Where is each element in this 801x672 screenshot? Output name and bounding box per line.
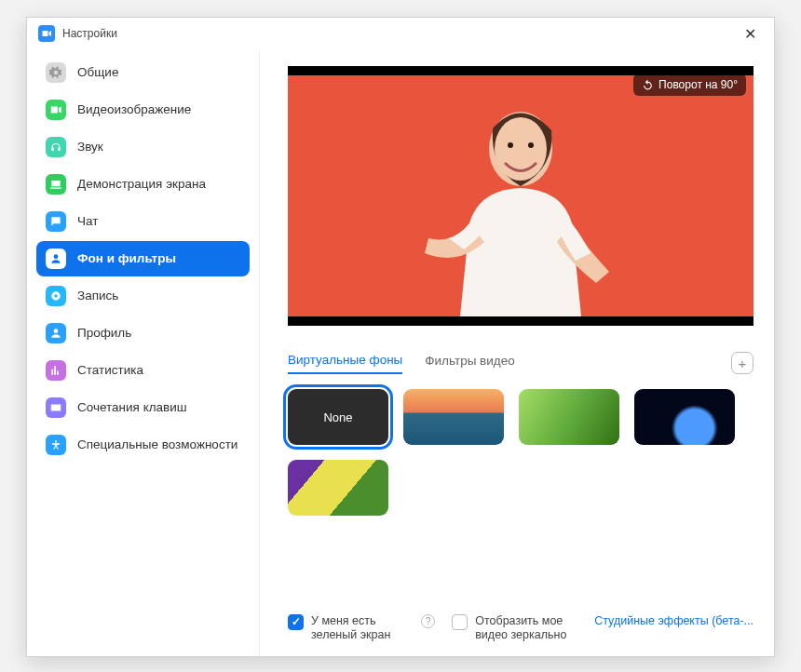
mirror-label: Отобразить мое видео зеркально	[475, 614, 577, 643]
sidebar-item-label: Сочетания клавиш	[77, 400, 187, 416]
sidebar-item-bg[interactable]: Фон и фильтры	[36, 241, 250, 276]
sidebar-item-label: Чат	[77, 214, 98, 230]
sidebar-item-label: Запись	[77, 289, 118, 304]
green-screen-option: У меня есть зеленый экран ?	[288, 614, 435, 643]
sidebar: ОбщиеВидеоизображениеЗвукДемонстрация эк…	[27, 49, 260, 656]
sidebar-item-label: Специальные возможности	[77, 437, 238, 453]
preview-person	[404, 93, 637, 316]
rotate-icon	[642, 79, 654, 91]
record-icon	[46, 286, 66, 306]
background-tile-none[interactable]: None	[288, 389, 388, 445]
footer-options: У меня есть зеленый экран ? Отобразить м…	[288, 603, 753, 643]
video-preview: Поворот на 90°	[288, 66, 753, 326]
background-tile-earth[interactable]	[634, 389, 735, 445]
rotate-label: Поворот на 90°	[658, 78, 738, 91]
help-icon[interactable]: ?	[421, 614, 435, 628]
sidebar-item-label: Видеоизображение	[77, 102, 191, 118]
sidebar-item-video[interactable]: Видеоизображение	[36, 92, 250, 128]
green-screen-checkbox[interactable]	[288, 614, 304, 630]
studio-effects-link[interactable]: Студийные эффекты (бета-...	[594, 614, 753, 627]
video-icon	[46, 100, 66, 120]
sidebar-item-label: Демонстрация экрана	[77, 177, 206, 193]
sidebar-item-label: Звук	[77, 140, 103, 155]
sidebar-item-general[interactable]: Общие	[36, 55, 250, 90]
sidebar-item-label: Фон и фильтры	[77, 251, 176, 267]
background-tile-bridge[interactable]	[403, 389, 504, 445]
gear-icon	[46, 62, 66, 83]
headphones-icon	[46, 137, 66, 157]
svg-point-2	[508, 142, 513, 148]
sidebar-item-shortcuts[interactable]: Сочетания клавиш	[36, 390, 250, 425]
main-panel: Поворот на 90° Виртуальные фоны Фильтры …	[260, 49, 774, 656]
svg-point-3	[528, 142, 534, 148]
sidebar-item-chat[interactable]: Чат	[36, 204, 250, 239]
close-button[interactable]: ✕	[737, 20, 763, 47]
sidebar-item-profile[interactable]: Профиль	[36, 316, 250, 351]
background-grid: None	[288, 389, 753, 516]
profile-icon	[46, 323, 66, 343]
window-body: ОбщиеВидеоизображениеЗвукДемонстрация эк…	[27, 49, 774, 656]
person-icon	[46, 249, 66, 269]
sidebar-item-label: Профиль	[77, 326, 131, 342]
stats-icon	[46, 360, 66, 381]
mirror-option: Отобразить мое видео зеркально	[452, 614, 577, 643]
sidebar-item-audio[interactable]: Звук	[36, 129, 250, 165]
settings-window: Настройки ✕ ОбщиеВидеоизображениеЗвукДем…	[26, 17, 775, 657]
sidebar-item-label: Общие	[77, 65, 118, 81]
sidebar-item-label: Статистика	[77, 363, 143, 379]
access-icon	[46, 435, 66, 455]
keyboard-icon	[46, 397, 66, 418]
sidebar-item-stats[interactable]: Статистика	[36, 353, 250, 388]
tab-video-filters[interactable]: Фильтры видео	[425, 354, 514, 373]
titlebar: Настройки ✕	[27, 18, 774, 49]
window-title: Настройки	[62, 27, 117, 40]
sidebar-item-share[interactable]: Демонстрация экрана	[36, 167, 250, 202]
sidebar-item-access[interactable]: Специальные возможности	[36, 427, 250, 463]
rotate-button[interactable]: Поворот на 90°	[633, 74, 746, 96]
background-tile-grass[interactable]	[519, 389, 619, 445]
sidebar-item-record[interactable]: Запись	[36, 278, 250, 314]
chat-icon	[46, 211, 66, 232]
app-icon	[38, 25, 55, 42]
background-tile-flowers[interactable]	[288, 460, 388, 516]
add-background-button[interactable]: +	[731, 352, 753, 374]
tab-virtual-backgrounds[interactable]: Виртуальные фоны	[288, 353, 402, 374]
green-screen-label: У меня есть зеленый экран	[311, 614, 412, 643]
mirror-checkbox[interactable]	[452, 614, 468, 630]
tabs-row: Виртуальные фоны Фильтры видео +	[288, 352, 753, 374]
share-icon	[46, 174, 66, 195]
